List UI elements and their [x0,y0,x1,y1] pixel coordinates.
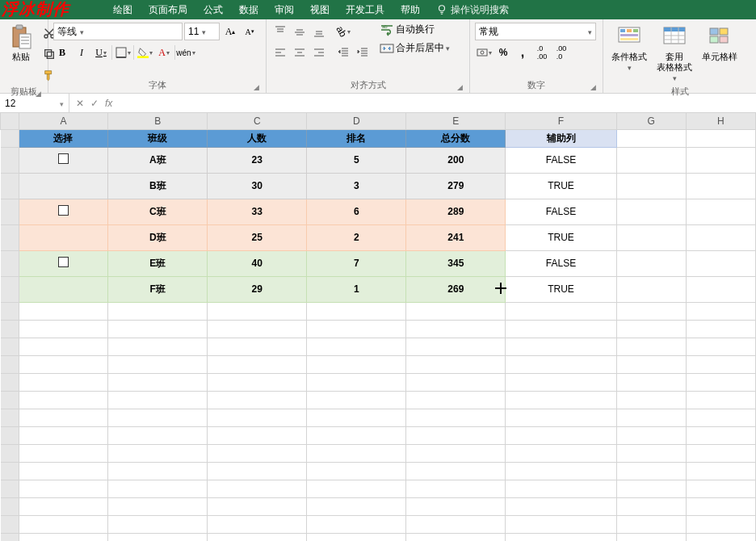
empty-cell[interactable] [406,533,506,541]
empty-cell[interactable] [108,355,208,373]
empty-cell[interactable] [506,533,616,541]
data-cell[interactable]: B班 [108,173,208,199]
fx-button[interactable]: fx [105,98,112,109]
border-button[interactable]: ▾ [114,44,132,61]
empty-cell[interactable] [686,250,755,276]
menu-tab[interactable]: 视图 [302,0,338,19]
italic-button[interactable]: I [73,44,90,61]
row-header[interactable] [1,533,19,541]
data-cell[interactable]: 269 [406,276,506,302]
empty-cell[interactable] [686,533,755,541]
table-header-cell[interactable]: 人数 [208,129,307,147]
empty-cell[interactable] [208,462,307,480]
row-header[interactable] [1,338,19,355]
empty-cell[interactable] [19,409,108,426]
data-cell[interactable] [19,173,108,199]
empty-cell[interactable] [506,320,616,338]
row-header[interactable] [1,409,19,426]
row-header[interactable] [1,224,19,250]
increase-decimal-button[interactable]: .0.00 [533,44,551,61]
empty-cell[interactable] [108,409,208,426]
table-header-cell[interactable]: 总分数 [406,129,506,147]
aux-cell[interactable]: FALSE [506,147,616,173]
wrap-text-button[interactable]: ab 自动换行 [380,23,450,36]
empty-cell[interactable] [686,173,755,199]
currency-button[interactable]: ▾ [475,44,493,61]
aux-cell[interactable]: TRUE [506,173,616,199]
empty-cell[interactable] [406,391,506,409]
data-cell[interactable] [19,224,108,250]
empty-cell[interactable] [307,391,406,409]
empty-cell[interactable] [307,462,406,480]
data-cell[interactable]: 1 [307,276,406,302]
empty-cell[interactable] [506,302,616,320]
empty-cell[interactable] [616,302,686,320]
align-right-button[interactable] [310,44,328,61]
empty-cell[interactable] [686,320,755,338]
data-cell[interactable]: 345 [406,250,506,276]
data-cell[interactable] [19,147,108,173]
empty-cell[interactable] [616,373,686,391]
empty-cell[interactable] [108,497,208,515]
empty-cell[interactable] [616,250,686,276]
row-header[interactable] [1,302,19,320]
phonetic-button[interactable]: wén▾ [177,44,195,61]
menu-tab[interactable]: 公式 [195,0,231,19]
paste-button[interactable]: 粘贴 [5,23,37,64]
enter-formula-button[interactable]: ✓ [90,98,99,109]
checkbox[interactable] [58,153,69,164]
column-header[interactable]: D [307,113,406,129]
conditional-format-button[interactable]: 条件格式 ▾ [608,23,650,73]
empty-cell[interactable] [406,338,506,355]
empty-cell[interactable] [506,373,616,391]
empty-cell[interactable] [506,391,616,409]
empty-cell[interactable] [108,373,208,391]
empty-cell[interactable] [616,129,686,147]
empty-cell[interactable] [208,355,307,373]
empty-cell[interactable] [307,373,406,391]
empty-cell[interactable] [616,480,686,497]
row-header[interactable] [1,250,19,276]
empty-cell[interactable] [208,409,307,426]
empty-cell[interactable] [686,276,755,302]
data-cell[interactable] [19,276,108,302]
empty-cell[interactable] [307,444,406,462]
align-bottom-button[interactable] [310,23,328,40]
empty-cell[interactable] [108,426,208,444]
empty-cell[interactable] [506,338,616,355]
empty-cell[interactable] [307,338,406,355]
row-header[interactable] [1,391,19,409]
decrease-font-button[interactable]: A▾ [241,23,258,40]
merge-center-button[interactable]: 合并后居中 ▾ [380,41,450,55]
empty-cell[interactable] [208,480,307,497]
menu-tab[interactable]: 绘图 [105,0,141,19]
empty-cell[interactable] [19,497,108,515]
empty-cell[interactable] [19,320,108,338]
align-center-button[interactable] [291,44,309,61]
data-cell[interactable]: 2 [307,224,406,250]
row-header[interactable] [1,444,19,462]
underline-button[interactable]: U▾ [92,44,110,61]
empty-cell[interactable] [506,480,616,497]
empty-cell[interactable] [208,391,307,409]
data-cell[interactable]: 23 [208,147,307,173]
aux-cell[interactable]: FALSE [506,250,616,276]
empty-cell[interactable] [19,444,108,462]
data-cell[interactable]: 279 [406,173,506,199]
empty-cell[interactable] [686,497,755,515]
empty-cell[interactable] [506,355,616,373]
row-header[interactable] [1,276,19,302]
data-cell[interactable]: 7 [307,250,406,276]
decrease-decimal-button[interactable]: .00.0 [552,44,570,61]
empty-cell[interactable] [406,320,506,338]
empty-cell[interactable] [108,391,208,409]
empty-cell[interactable] [616,276,686,302]
checkbox[interactable] [58,257,69,267]
increase-font-button[interactable]: A▴ [221,23,239,40]
empty-cell[interactable] [616,426,686,444]
empty-cell[interactable] [307,515,406,533]
data-cell[interactable]: 25 [208,224,307,250]
empty-cell[interactable] [686,480,755,497]
data-cell[interactable]: 241 [406,224,506,250]
empty-cell[interactable] [616,199,686,224]
